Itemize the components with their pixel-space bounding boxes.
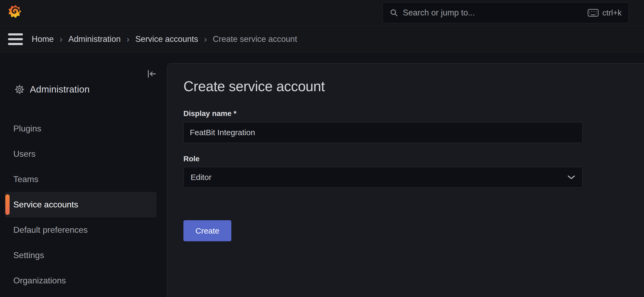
breadcrumb-separator: ›: [126, 34, 129, 44]
role-select-value: Editor: [191, 173, 211, 182]
sidebar-item-label: Organizations: [13, 276, 66, 286]
sidebar-item-users[interactable]: Users: [0, 141, 167, 167]
grafana-app-window: Search or jump to... ctrl+k: [0, 0, 644, 297]
gear-icon: [15, 85, 24, 94]
breadcrumb-item[interactable]: Home: [32, 34, 54, 44]
breadcrumb-item[interactable]: Administration: [68, 34, 121, 44]
role-label: Role: [183, 155, 644, 163]
sidebar-item-label: Settings: [13, 250, 44, 260]
main-content: Create service account Display name * Ro…: [167, 63, 644, 297]
collapse-left-icon: [146, 68, 157, 80]
sidebar-item-settings[interactable]: Settings: [0, 243, 167, 268]
sidebar-item-teams[interactable]: Teams: [0, 167, 167, 192]
sidebar-item-label: Users: [13, 149, 36, 159]
collapse-sidebar-button[interactable]: [145, 68, 158, 80]
sidebar-section-title: Administration: [30, 84, 90, 95]
create-button[interactable]: Create: [183, 220, 231, 241]
chevron-down-icon: [567, 175, 575, 180]
search-placeholder: Search or jump to...: [403, 8, 588, 18]
menu-toggle-button[interactable]: [8, 32, 23, 46]
search-input[interactable]: Search or jump to... ctrl+k: [383, 2, 629, 23]
search-shortcut-label: ctrl+k: [602, 8, 622, 17]
breadcrumb-separator: ›: [60, 34, 63, 44]
search-shortcut: ctrl+k: [588, 8, 622, 17]
sidebar-item-organizations[interactable]: Organizations: [0, 268, 167, 293]
hamburger-icon: [8, 33, 23, 35]
breadcrumb-separator: ›: [204, 34, 207, 44]
sidebar-item-service-accounts[interactable]: Service accounts: [5, 192, 157, 217]
sidebar-section-header[interactable]: Administration: [15, 84, 90, 95]
sidebar-item-plugins[interactable]: Plugins: [0, 116, 167, 141]
grafana-flame-icon: [7, 3, 22, 19]
top-navbar: Search or jump to... ctrl+k: [0, 0, 644, 26]
role-select[interactable]: Editor: [183, 167, 583, 188]
sidebar-item-label: Service accounts: [13, 200, 78, 210]
breadcrumb-item: Create service account: [213, 34, 297, 44]
breadcrumb: Home›Administration›Service accounts›Cre…: [32, 34, 297, 44]
search-icon: [390, 9, 398, 17]
sidebar-item-label: Plugins: [13, 124, 41, 134]
page-title: Create service account: [183, 78, 644, 94]
grafana-logo[interactable]: [7, 3, 22, 19]
display-name-label: Display name *: [183, 109, 644, 118]
display-name-input[interactable]: [183, 122, 583, 143]
keyboard-icon: [588, 9, 599, 17]
breadcrumb-bar: Home›Administration›Service accounts›Cre…: [0, 26, 644, 53]
active-item-accent-bar: [5, 194, 10, 215]
sidebar-item-label: Teams: [13, 174, 38, 184]
sidebar-menu: PluginsUsersTeamsService accountsDefault…: [0, 116, 167, 293]
sidebar-item-label: Default preferences: [13, 225, 88, 235]
sidebar-item-default-preferences[interactable]: Default preferences: [0, 217, 167, 243]
section-nav: Administration PluginsUsersTeamsService …: [0, 53, 167, 297]
breadcrumb-item[interactable]: Service accounts: [135, 34, 198, 44]
